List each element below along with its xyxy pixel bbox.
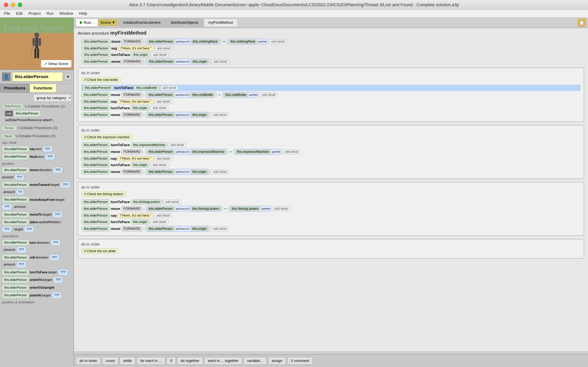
esp5-gd: getDistanceTo [176,171,189,173]
menu-file[interactable]: File [4,11,10,16]
cola3-add-detail[interactable]: add detail [154,99,172,104]
say-text-val: ??? [43,146,52,152]
comment-button[interactable]: // comment [287,357,313,365]
cola5-subject: this.elderPerson [81,112,110,117]
maximize-button[interactable] [18,3,22,7]
edit-button[interactable]: edit [5,111,13,116]
esp2-dir: FORWARD [121,149,143,154]
tab-functions[interactable]: Functions [30,84,56,92]
cola1-add-detail[interactable]: add detail [160,85,178,90]
toward-amount-val: ?? [16,189,24,195]
lan1-add-detail[interactable]: add detail [163,200,181,204]
menu-edit[interactable]: Edit [16,11,23,16]
roll-amount-val: ??? [17,261,26,268]
esp5-keyword: move [111,170,120,174]
esp2-comma: , [144,151,144,153]
think-text-val: ??? [45,154,55,160]
assign-button[interactable]: assign [268,357,286,365]
pre1-dir: FORWARD [121,39,143,44]
esp2-add-detail[interactable]: add detail [283,150,300,154]
close-button[interactable] [4,3,8,7]
setup-scene-area: ⤢ Setup Scene [0,58,74,70]
lan5-comma: , [144,228,144,230]
svg-rect-0 [34,33,39,37]
tab-initialize[interactable]: initializeEventListeners [118,19,166,26]
do-in-order-iceskate: do in order // Check the ice skate [78,239,584,259]
svg-line-6 [31,44,33,58]
lan2-add-detail[interactable]: add detail [272,206,290,211]
pre3-add-detail[interactable]: add detail [151,52,168,57]
place-spatial-val: ??? [2,226,12,233]
menu-run[interactable]: Run [46,11,54,16]
lan4-add-detail[interactable]: add detail [151,220,168,224]
lan5-dir: FORWARD [121,226,143,231]
esp2-expr: this.elderPerson getDistanceTo this.espr… [145,149,228,155]
esp5-add-detail[interactable]: add detail [211,169,229,174]
esp4-add-detail[interactable]: add detail [151,163,168,167]
code-area[interactable]: declare procedure myFirstMethod this.eld… [74,28,588,351]
do-in-order-header-espresso: do in order [81,128,581,133]
left-panel: Lost and Found ⤢ Setup Scene [0,17,74,367]
setup-scene-button[interactable]: ⤢ Setup Scene [41,60,72,68]
variable-button[interactable]: variable... [244,357,267,365]
lan3-add-detail[interactable]: add detail [154,213,172,218]
do-together-button[interactable]: do together [177,357,203,365]
horizontal-scrollbar[interactable] [74,351,588,354]
cola5-dir: FORWARD [121,112,143,117]
think-procedure: this.elderPerson think text: ??? [2,153,72,161]
each-in-together-button[interactable]: each in ... together [204,357,242,365]
do-in-order-header-cola: do in order [81,71,581,75]
lan5-add-detail[interactable]: add detail [211,226,229,231]
think-text: text: [38,154,44,159]
do-in-order-button[interactable]: do in order [76,357,101,365]
elder-chip-pa: this.elderPerson [2,292,29,298]
minimize-button[interactable] [11,3,15,7]
while-button[interactable]: while [120,357,135,365]
away-target: target: [56,197,65,202]
menu-project[interactable]: Project [29,11,41,16]
menu-window[interactable]: Window [59,11,73,16]
lan2-ep: this.elderPerson [146,206,175,211]
moveto-target: target: [43,212,52,217]
subcat-say-think: say, think [2,140,72,145]
pre-line-2: this.elderPerson say /"Hmm, it's not her… [78,45,584,51]
cola5-add-detail[interactable]: add detail [211,113,229,117]
esp2-keyword: move [111,150,120,154]
moveaway-keyword: moveAwayFrom [30,197,55,202]
run-button[interactable]: Run... [76,19,98,27]
move-amount-val: ??? [15,174,24,180]
pre2-add-detail[interactable]: add detail [155,46,172,51]
run-icon [80,21,83,24]
lan-line-4: this.elderPerson turnToFace this.origin … [81,219,581,225]
cola2-keyword: move [111,93,120,97]
main-layout: Lost and Found ⤢ Setup Scene [0,17,588,367]
cola4-add-detail[interactable]: add detail [151,106,168,110]
pre4-add-detail[interactable]: add detail [211,59,229,64]
menubar: File Edit Project Run Window Help [0,10,588,17]
do-in-order-lantern: do in order // Check the fishing lantern… [78,182,584,236]
tab-myfirstmethod[interactable]: myFirstMethod [204,19,238,26]
lan5-expr: this.elderPerson getDistanceTo this.orig… [145,226,210,232]
object-dropdown-arrow[interactable]: ▼ [65,73,72,80]
esp3-keyword: say [111,157,117,161]
pre4-origin: this.origin [190,59,209,64]
tab-distribute[interactable]: distributeObjects [166,19,203,26]
lan5-gd: getDistanceTo [176,228,189,230]
elder-chip-place: this.elderPerson [2,219,29,225]
cola3-string: /"Hmm, it's not here." [118,99,154,104]
object-dropdown[interactable]: this.elderPerson [12,72,63,82]
scene-tab[interactable]: Scene ▼ [98,19,118,26]
esp1-add-detail[interactable]: add detail [168,143,186,147]
tab-procedures[interactable]: Procedures [0,84,30,92]
group-by-select[interactable]: group by category [34,94,72,101]
count-button[interactable]: count [102,357,118,365]
pre1-add-detail[interactable]: add detail [269,39,287,44]
cola2-add-detail[interactable]: add detail [260,92,277,97]
otu-keyword: orientToUpright [30,285,54,290]
lan2-fl2: this.fishingLantern [229,206,261,211]
if-button[interactable]: if [167,357,176,365]
esp3-add-detail[interactable]: add detail [154,156,172,161]
menu-help[interactable]: Help [79,11,87,16]
for-each-in-button[interactable]: for each in ... [137,357,166,365]
comment-espresso: // Check the espresso machine [81,134,132,140]
